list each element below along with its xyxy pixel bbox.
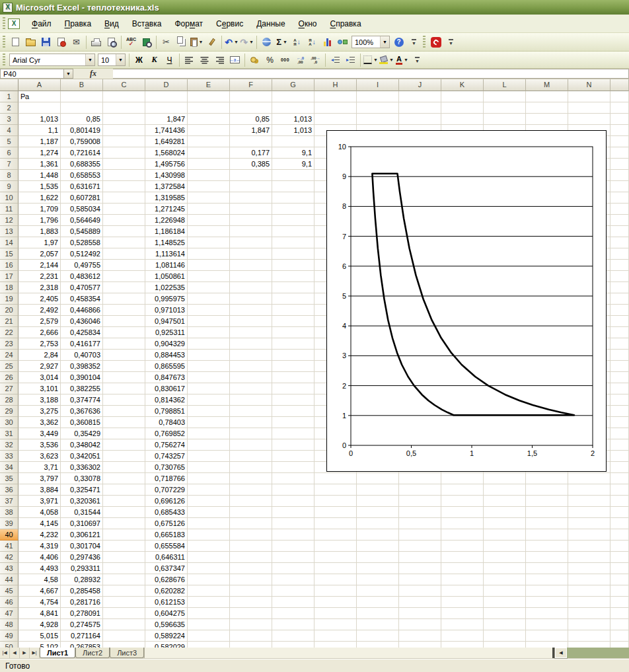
cell-I2[interactable] <box>357 102 399 114</box>
cell-B2[interactable] <box>61 102 103 114</box>
cell-N47[interactable] <box>568 608 610 619</box>
cell-J41[interactable] <box>399 541 441 552</box>
sheet-tab-sheet2[interactable]: Лист2 <box>75 648 110 658</box>
cell-B27[interactable]: 0,382255 <box>61 383 103 394</box>
cell-L35[interactable] <box>484 473 526 484</box>
increase-decimal-button[interactable]: ←,0,00 <box>293 53 308 67</box>
cell-D15[interactable]: 1,113614 <box>145 248 188 260</box>
cell-J37[interactable] <box>399 496 441 507</box>
cell-B38[interactable]: 0,31544 <box>61 507 103 518</box>
cell-F45[interactable] <box>230 585 272 597</box>
cell-F5[interactable] <box>230 136 272 147</box>
sheet-tab-sheet1[interactable]: Лист1 <box>40 648 75 658</box>
addin-button[interactable] <box>428 35 443 50</box>
cell-H48[interactable] <box>314 619 357 630</box>
cell-G18[interactable] <box>272 282 314 293</box>
cell-D17[interactable]: 1,050861 <box>145 271 188 282</box>
cell-B21[interactable]: 0,436046 <box>61 316 103 327</box>
cell-A13[interactable]: 1,883 <box>18 226 61 237</box>
row-header-49[interactable]: 49 <box>0 630 18 642</box>
fill-color-button[interactable]: ▼ <box>379 53 394 67</box>
cell-partial-43[interactable] <box>610 563 629 574</box>
cell-F36[interactable] <box>230 484 272 496</box>
cell-F19[interactable] <box>230 293 272 305</box>
cell-E12[interactable] <box>188 215 230 226</box>
name-box[interactable]: P40 <box>0 69 63 79</box>
cell-E48[interactable] <box>188 619 230 630</box>
row-header-13[interactable]: 13 <box>0 226 18 237</box>
cell-B7[interactable]: 0,688355 <box>61 159 103 170</box>
cell-A30[interactable]: 3,362 <box>18 417 61 428</box>
row-header-29[interactable]: 29 <box>0 406 18 417</box>
first-sheet-button[interactable]: |◀ <box>0 648 10 658</box>
cell-B12[interactable]: 0,564649 <box>61 215 103 226</box>
cell-G9[interactable] <box>272 181 314 192</box>
cell-F12[interactable] <box>230 215 272 226</box>
row-header-21[interactable]: 21 <box>0 316 18 327</box>
cell-M42[interactable] <box>526 552 568 563</box>
cell-D41[interactable]: 0,655584 <box>145 541 188 552</box>
italic-button[interactable]: К <box>147 53 162 67</box>
cell-G45[interactable] <box>272 585 314 597</box>
cell-B16[interactable]: 0,49755 <box>61 260 103 271</box>
cell-partial-47[interactable] <box>610 608 629 619</box>
row-header-45[interactable]: 45 <box>0 585 18 597</box>
cell-B25[interactable]: 0,398352 <box>61 361 103 372</box>
cell-N45[interactable] <box>568 585 610 597</box>
addin-options-button[interactable]: ▼ <box>443 35 459 50</box>
cell-G26[interactable] <box>272 372 314 383</box>
cell-E42[interactable] <box>188 552 230 563</box>
cell-A4[interactable]: 1,1 <box>18 125 61 136</box>
cell-D27[interactable]: 0,830617 <box>145 383 188 394</box>
menu-format[interactable]: Формат <box>168 16 209 32</box>
cell-M38[interactable] <box>526 507 568 518</box>
cell-A45[interactable]: 4,667 <box>18 585 61 597</box>
cell-G44[interactable] <box>272 574 314 585</box>
cell-J49[interactable] <box>399 630 441 642</box>
cell-D22[interactable]: 0,925311 <box>145 327 188 338</box>
cell-C18[interactable] <box>103 282 145 293</box>
cell-B3[interactable]: 0,85 <box>61 114 103 125</box>
cell-C30[interactable] <box>103 417 145 428</box>
cell-I41[interactable] <box>357 541 399 552</box>
cell-E39[interactable] <box>188 518 230 529</box>
cell-G49[interactable] <box>272 630 314 642</box>
cell-D18[interactable]: 1,022535 <box>145 282 188 293</box>
cell-F3[interactable]: 0,85 <box>230 114 272 125</box>
cell-A40[interactable]: 4,232 <box>18 529 61 541</box>
cell-partial-24[interactable] <box>610 350 629 361</box>
row-header-10[interactable]: 10 <box>0 192 18 204</box>
cell-A39[interactable]: 4,145 <box>18 518 61 529</box>
cell-C21[interactable] <box>103 316 145 327</box>
select-all-corner[interactable] <box>0 79 18 91</box>
cell-A7[interactable]: 1,361 <box>18 159 61 170</box>
cell-A17[interactable]: 2,231 <box>18 271 61 282</box>
cell-E18[interactable] <box>188 282 230 293</box>
cell-B10[interactable]: 0,607281 <box>61 192 103 204</box>
cell-E27[interactable] <box>188 383 230 394</box>
cell-A44[interactable]: 4,58 <box>18 574 61 585</box>
column-header-M[interactable]: M <box>526 79 568 91</box>
menu-file[interactable]: Файл <box>25 16 58 32</box>
cell-H35[interactable] <box>314 473 357 484</box>
cell-D2[interactable] <box>145 102 188 114</box>
cell-B18[interactable]: 0,470577 <box>61 282 103 293</box>
cell-A36[interactable]: 3,884 <box>18 484 61 496</box>
cell-M50[interactable] <box>526 642 568 648</box>
cell-A20[interactable]: 2,492 <box>18 305 61 316</box>
cell-E43[interactable] <box>188 563 230 574</box>
cell-F50[interactable] <box>230 642 272 648</box>
row-header-15[interactable]: 15 <box>0 248 18 260</box>
cell-C36[interactable] <box>103 484 145 496</box>
hscroll-left-button[interactable]: ◀ <box>555 648 567 658</box>
decrease-decimal-button[interactable]: ,00→,0 <box>308 53 323 67</box>
cell-G41[interactable] <box>272 541 314 552</box>
cell-C43[interactable] <box>103 563 145 574</box>
cell-H47[interactable] <box>314 608 357 619</box>
cell-J2[interactable] <box>399 102 441 114</box>
cell-H46[interactable] <box>314 597 357 608</box>
cell-partial-12[interactable] <box>610 215 629 226</box>
cell-L38[interactable] <box>484 507 526 518</box>
row-header-12[interactable]: 12 <box>0 215 18 226</box>
cell-M48[interactable] <box>526 619 568 630</box>
